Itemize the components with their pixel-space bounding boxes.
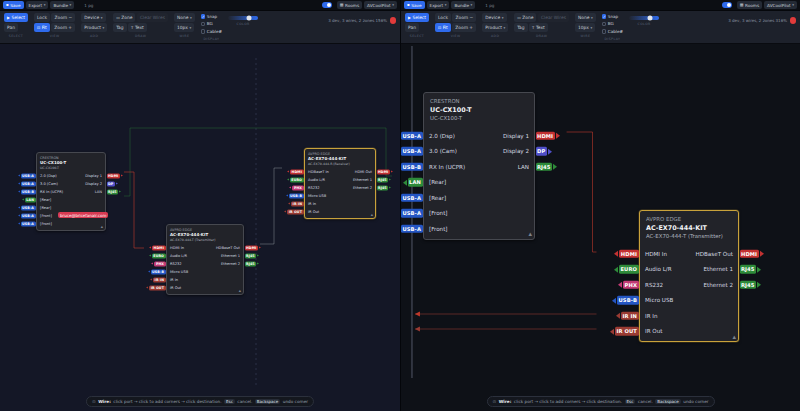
port-chip[interactable]: RJ45 (536, 163, 553, 172)
port-connector[interactable]: USB-A (401, 194, 423, 203)
port-connector[interactable]: EURO (287, 177, 304, 182)
port-connector[interactable]: HDMI (287, 169, 303, 174)
port-connector[interactable]: HDMI (377, 169, 393, 174)
fit-button[interactable]: ⊡Fit (34, 23, 50, 32)
port-chip[interactable]: EURO (152, 253, 166, 258)
notification-badge[interactable] (390, 17, 397, 24)
port-chip[interactable]: PHX (623, 281, 638, 290)
port-chip[interactable]: IR OUT (149, 285, 165, 290)
device-button[interactable]: Device▾ (81, 13, 105, 22)
port-connector[interactable]: DP (536, 147, 552, 156)
port-connector[interactable]: USB-A (401, 147, 423, 156)
snap-checkbox[interactable]: ✓Snap (602, 13, 623, 20)
port-chip[interactable]: USB-A (401, 132, 423, 141)
diagram-canvas[interactable]: ⊙ Wire: click port → click to add corner… (0, 44, 400, 411)
export-button[interactable]: Export▾ (427, 1, 450, 9)
port-connector[interactable]: USB-A (18, 221, 36, 226)
port-connector[interactable]: USB-A (18, 181, 36, 186)
port-connector[interactable]: EURO (149, 253, 166, 258)
port-connector[interactable]: USB-B (148, 269, 166, 274)
zoom-out-button[interactable]: Zoom − (452, 13, 476, 22)
text-button[interactable]: TText (529, 23, 548, 32)
device-node-tx[interactable]: AVPRO EDGEAC-EX70-444-KITAC-EX70-444-T (… (166, 224, 244, 295)
port-connector[interactable]: USB-B (401, 163, 423, 172)
port-chip[interactable]: LAN (25, 197, 36, 202)
port-connector[interactable]: HDMI (245, 245, 261, 250)
port-chip[interactable]: RJ45 (740, 265, 757, 274)
port-connector[interactable]: PHX (289, 185, 303, 190)
port-chip[interactable]: IR OUT (287, 209, 303, 214)
port-connector[interactable]: USB-B (612, 296, 639, 305)
tag-button[interactable]: Tag (514, 23, 527, 32)
port-connector[interactable]: USB-A (18, 213, 36, 218)
slider-thumb[interactable] (246, 16, 251, 21)
device-node-crestron[interactable]: CRESTRONUC-CX100-TUC-CX100-T2.0 (Dsp)USB… (36, 152, 106, 231)
wire-style-select[interactable]: None▾ (174, 13, 195, 22)
port-connector[interactable]: USB-A (18, 205, 36, 210)
port-connector[interactable]: EURO (614, 265, 639, 274)
device-node-crestron[interactable]: CRESTRONUC-CX100-TUC-CX100-T2.0 (Dsp)USB… (423, 92, 535, 240)
lock-button[interactable]: Lock (34, 13, 50, 22)
brand-menu-button[interactable]: AVCoolPilot▾ (764, 1, 797, 9)
port-chip[interactable]: PHX (154, 261, 165, 266)
clear-wires-button[interactable]: Clear Wires (538, 13, 569, 22)
grid-size-select[interactable]: 10px▾ (575, 23, 595, 32)
port-chip[interactable]: RJ45 (377, 185, 389, 190)
port-connector[interactable]: IR OUT (146, 285, 165, 290)
wire-style-select[interactable]: None▾ (575, 13, 596, 22)
port-chip[interactable]: USB-B (289, 193, 304, 198)
port-chip[interactable]: USB-A (21, 213, 36, 218)
port-connector[interactable]: RJ45 (245, 253, 260, 258)
port-chip[interactable]: USB-A (21, 181, 36, 186)
port-connector[interactable]: RJ45 (740, 265, 762, 274)
bundle-button[interactable]: Bundle▾ (50, 1, 74, 9)
port-connector[interactable]: RJ45 (377, 185, 392, 190)
clear-wires-button[interactable]: Clear Wires (137, 13, 168, 22)
port-chip[interactable]: IR IN (153, 277, 165, 282)
rooms-button[interactable]: ▦Rooms (737, 1, 762, 9)
export-button[interactable]: Export▾ (26, 1, 49, 9)
port-connector[interactable]: IR IN (616, 312, 639, 321)
port-chip[interactable]: USB-B (617, 296, 639, 305)
bg-checkbox[interactable]: BG (602, 21, 623, 28)
product-button[interactable]: Product▾ (482, 23, 508, 32)
port-chip[interactable]: HDMI (536, 132, 555, 141)
port-connector[interactable]: DP (107, 181, 118, 186)
port-connector[interactable]: IR OUT (284, 209, 303, 214)
collapse-icon[interactable]: ▴ (101, 225, 103, 230)
port-connector[interactable]: HDMI (536, 132, 560, 141)
collapse-icon[interactable]: ▴ (239, 289, 241, 294)
snap-checkbox[interactable]: ✓Snap (201, 13, 222, 20)
pan-tool-button[interactable]: Pan (4, 23, 18, 32)
brand-menu-button[interactable]: AVCoolPilot▾ (364, 1, 397, 9)
port-connector[interactable]: IR IN (288, 201, 303, 206)
port-chip[interactable]: RJ45 (740, 281, 757, 290)
pan-tool-button[interactable]: Pan (405, 23, 419, 32)
port-chip[interactable]: IR IN (621, 312, 639, 321)
device-node-rx[interactable]: AVPRO EDGEAC-EX70-444-KITAC-EX70-444-R (… (304, 148, 376, 219)
port-chip[interactable]: HDMI (245, 245, 258, 250)
wire[interactable] (567, 132, 597, 252)
port-chip[interactable]: EURO (619, 265, 639, 274)
notification-badge[interactable] (790, 17, 797, 24)
port-connector[interactable]: USB-B (18, 189, 36, 194)
zoom-out-button[interactable]: Zoom − (51, 13, 75, 22)
port-chip[interactable]: HDMI (107, 173, 120, 178)
port-chip[interactable]: RJ45 (245, 261, 257, 266)
port-connector[interactable]: RJ45 (536, 163, 558, 172)
cable-number-checkbox[interactable]: Cable# (201, 28, 222, 35)
port-chip[interactable]: USB-B (21, 189, 36, 194)
port-chip[interactable]: USB-A (401, 225, 423, 234)
port-chip[interactable]: IR IN (291, 201, 303, 206)
save-button[interactable]: ▪Save (404, 1, 425, 9)
port-connector[interactable]: HDMI (740, 250, 764, 259)
port-connector[interactable]: PHX (151, 261, 165, 266)
slider-thumb[interactable] (647, 16, 652, 21)
save-button[interactable]: ▪Save (3, 1, 24, 9)
port-chip[interactable]: DP (107, 181, 115, 186)
zoom-in-button[interactable]: Zoom + (51, 23, 75, 32)
port-chip[interactable]: USB-A (21, 173, 36, 178)
zone-button[interactable]: ▭Zone (113, 13, 135, 22)
port-chip[interactable]: LAN (408, 178, 423, 187)
collapse-icon[interactable]: ▴ (732, 334, 736, 341)
